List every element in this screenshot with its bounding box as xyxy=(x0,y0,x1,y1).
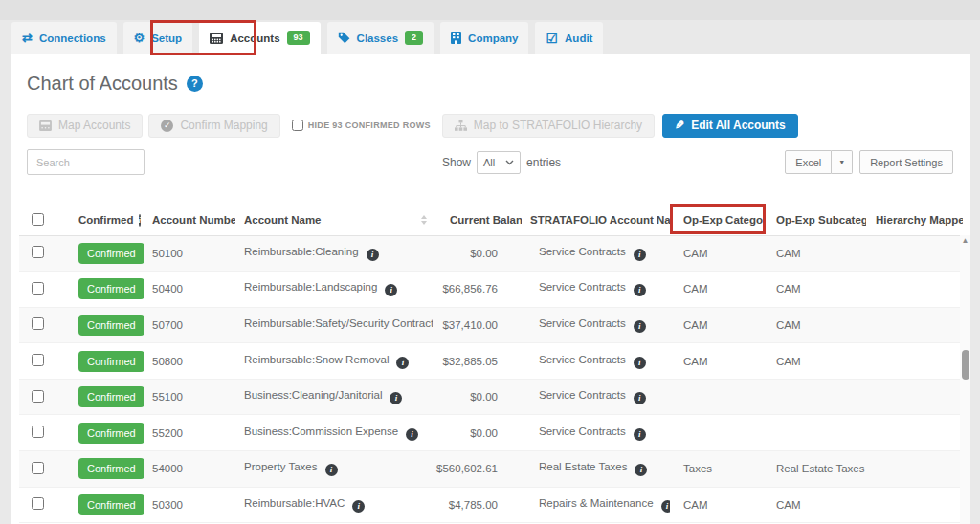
entries-select[interactable]: All xyxy=(477,151,521,174)
report-settings-button[interactable]: Report Settings xyxy=(859,150,953,174)
table-row[interactable]: Confirmed 55200 Business:Commission Expe… xyxy=(19,415,963,451)
tab-audit[interactable]: ☑ Audit xyxy=(535,22,603,54)
building-icon xyxy=(451,32,461,44)
top-strip xyxy=(0,0,980,20)
row-checkbox[interactable] xyxy=(32,462,44,474)
confirm-mapping-button[interactable]: ✓ Confirm Mapping xyxy=(148,114,279,138)
hide-confirmed-checkbox[interactable] xyxy=(292,120,303,131)
search-input[interactable] xyxy=(27,149,145,175)
info-icon[interactable]: i xyxy=(634,357,646,369)
account-name-text: Reimbursable:Snow Removal xyxy=(244,354,389,365)
op-exp-subcategory-cell: CAM xyxy=(766,487,866,523)
tab-label: Connections xyxy=(39,33,106,44)
hierarchy-mapped-level-cell xyxy=(866,487,963,523)
tab-setup[interactable]: ⚙ Setup xyxy=(123,22,193,54)
table-vertical-scrollbar[interactable]: ▲ xyxy=(960,235,970,524)
info-icon[interactable]: i xyxy=(352,500,365,513)
op-exp-subcategory-cell: CAM xyxy=(766,235,866,272)
entries-select-value: All xyxy=(483,157,495,168)
map-accounts-button[interactable]: Map Accounts xyxy=(27,114,143,138)
edit-all-accounts-button[interactable]: ✎ Edit All Accounts xyxy=(662,114,798,138)
info-icon[interactable]: i xyxy=(635,464,647,476)
tab-label: Setup xyxy=(151,33,182,44)
info-icon[interactable]: i xyxy=(139,214,142,227)
tab-accounts[interactable]: Accounts 93 xyxy=(199,22,320,54)
confirmed-badge: Confirmed xyxy=(78,458,144,479)
info-icon[interactable]: i xyxy=(661,500,670,513)
tab-connections[interactable]: ⇄ Connections xyxy=(11,22,117,54)
table-row[interactable]: Confirmed 50100 Reimbursable:Cleaningi $… xyxy=(19,235,963,272)
row-checkbox[interactable] xyxy=(32,426,44,438)
stratafolio-account-name-text: Real Estate Taxes xyxy=(539,461,627,472)
table-row[interactable]: Confirmed 50700 Reimbursable:Safety/Secu… xyxy=(19,307,963,343)
tab-label: Audit xyxy=(565,33,592,44)
header-op-exp-subcategory[interactable]: Op-Exp Subcategory xyxy=(776,214,866,226)
stratafolio-account-name-text: Repairs & Maintenance xyxy=(539,497,654,509)
info-icon[interactable]: i xyxy=(406,428,418,441)
calculator-icon xyxy=(39,120,52,131)
header-current-balance[interactable]: Current Balance xyxy=(450,214,522,226)
table-row[interactable]: Confirmed 55100 Business:Cleaning/Janito… xyxy=(19,379,963,415)
excel-export-button[interactable]: Excel xyxy=(785,150,832,174)
confirmed-badge: Confirmed xyxy=(78,386,144,407)
info-icon[interactable]: i xyxy=(367,249,379,261)
info-icon[interactable]: i xyxy=(634,284,646,296)
header-stratafolio-account-name[interactable]: STRATAFOLIO Account Name xyxy=(530,214,670,226)
account-name-text: Business:Cleaning/Janitorial xyxy=(244,389,382,401)
account-number-cell: 55200 xyxy=(144,415,235,451)
show-entries-control: Show All entries xyxy=(442,151,561,174)
excel-label: Excel xyxy=(795,157,821,168)
row-checkbox[interactable] xyxy=(32,317,44,330)
tab-company[interactable]: Company xyxy=(440,22,528,54)
header-hierarchy-mapped-level[interactable]: Hierarchy Mapped Level xyxy=(876,214,963,226)
hierarchy-mapped-level-cell xyxy=(866,307,963,343)
scrollbar-thumb[interactable] xyxy=(962,350,969,380)
table-row[interactable]: Confirmed 50400 Reimbursable:Landscaping… xyxy=(19,272,963,308)
scroll-up-arrow-icon[interactable]: ▲ xyxy=(960,235,970,247)
row-checkbox[interactable] xyxy=(32,354,44,366)
header-confirmed[interactable]: Confirmed xyxy=(78,214,134,226)
hierarchy-mapped-level-cell xyxy=(866,235,963,272)
account-number-cell: 50400 xyxy=(144,272,235,308)
tab-classes[interactable]: Classes 2 xyxy=(327,22,434,54)
op-exp-subcategory-cell xyxy=(766,379,866,415)
info-icon[interactable]: i xyxy=(634,392,646,404)
classes-count-badge: 2 xyxy=(405,31,423,45)
table-header-row: Confirmed i Account Number Account Name … xyxy=(19,206,963,235)
stratafolio-account-name-text: Service Contracts xyxy=(539,317,626,329)
account-name-text: Reimbursable:Safety/Security Contracts xyxy=(244,317,433,329)
info-icon[interactable]: i xyxy=(390,392,402,404)
row-checkbox[interactable] xyxy=(32,497,44,510)
info-icon[interactable]: i xyxy=(634,320,646,333)
excel-dropdown-button[interactable]: ▼ xyxy=(832,150,853,174)
account-number-cell: 55100 xyxy=(144,379,235,415)
row-checkbox[interactable] xyxy=(32,390,44,403)
info-icon[interactable]: i xyxy=(396,357,409,369)
current-balance-cell: $0.00 xyxy=(433,235,522,272)
map-accounts-label: Map Accounts xyxy=(58,119,130,132)
header-account-name[interactable]: Account Name xyxy=(244,214,322,226)
map-hierarchy-button[interactable]: Map to STRATAFOLIO Hierarchy xyxy=(442,114,655,138)
account-name-text: Reimbursable:HVAC xyxy=(244,497,345,509)
hide-confirmed-label[interactable]: HIDE 93 CONFIRMED ROWS xyxy=(308,120,431,130)
sort-icon[interactable] xyxy=(421,215,427,225)
info-icon[interactable]: i xyxy=(385,284,397,296)
tab-label: Accounts xyxy=(230,33,279,44)
row-checkbox[interactable] xyxy=(32,282,44,295)
caret-down-icon: ▼ xyxy=(838,159,845,165)
table-row[interactable]: Confirmed 54000 Property Taxesi $560,602… xyxy=(19,451,963,488)
info-icon[interactable]: i xyxy=(325,464,338,476)
table-row[interactable]: Confirmed 50300 Reimbursable:HVACi $4,78… xyxy=(19,487,963,523)
info-icon[interactable]: i xyxy=(634,428,646,441)
table-row[interactable]: Confirmed 50800 Reimbursable:Snow Remova… xyxy=(19,343,963,380)
check-circle-icon: ✓ xyxy=(161,120,173,132)
stratafolio-account-name-text: Service Contracts xyxy=(539,354,626,365)
help-icon[interactable]: ? xyxy=(187,76,203,92)
row-checkbox[interactable] xyxy=(32,246,44,258)
hierarchy-mapped-level-cell xyxy=(866,272,963,308)
info-icon[interactable]: i xyxy=(634,249,646,261)
select-all-checkbox[interactable] xyxy=(32,213,44,226)
exchange-icon: ⇄ xyxy=(22,32,33,44)
header-op-exp-category[interactable]: Op-Exp Category xyxy=(683,214,766,226)
header-account-number[interactable]: Account Number xyxy=(152,214,235,226)
